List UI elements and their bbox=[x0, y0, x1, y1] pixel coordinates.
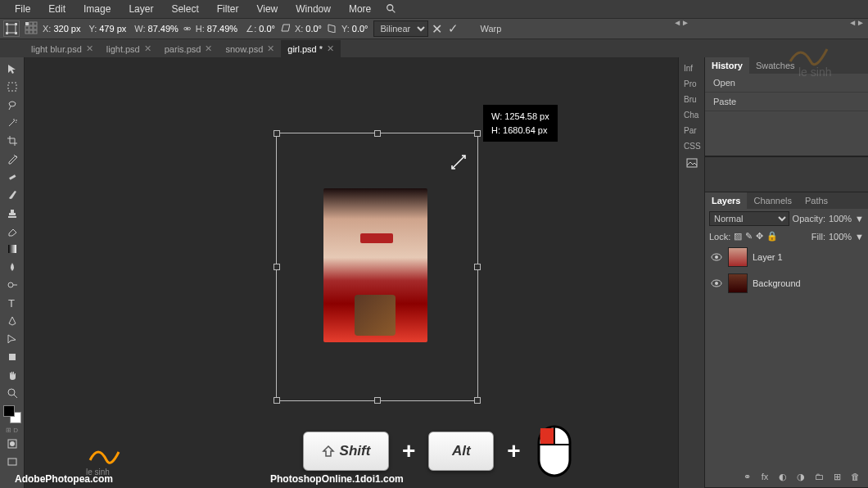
document-tab[interactable]: snow.psd✕ bbox=[219, 40, 281, 57]
commit-transform-button[interactable]: ✓ bbox=[446, 21, 461, 36]
cancel-transform-button[interactable]: ✕ bbox=[430, 21, 445, 36]
healing-tool[interactable] bbox=[2, 169, 22, 185]
new-layer-icon[interactable]: ⊞ bbox=[830, 470, 843, 483]
menu-file[interactable]: File bbox=[7, 0, 38, 18]
layer-name[interactable]: Background bbox=[753, 278, 801, 288]
gradient-tool[interactable] bbox=[2, 241, 22, 257]
swatch-mode-icon[interactable]: ⊞ D bbox=[6, 427, 18, 434]
pen-tool[interactable] bbox=[2, 313, 22, 329]
handle-n[interactable] bbox=[374, 130, 381, 137]
brush-tool[interactable] bbox=[2, 187, 22, 203]
document-tab[interactable]: light blur.psd✕ bbox=[25, 40, 100, 57]
search-icon[interactable] bbox=[386, 3, 397, 15]
menu-view[interactable]: View bbox=[248, 0, 286, 18]
color-swatches[interactable] bbox=[3, 405, 21, 423]
link-icon[interactable]: ⚮ bbox=[183, 24, 191, 34]
layer-mask-icon[interactable]: ◐ bbox=[776, 470, 789, 483]
handle-e[interactable] bbox=[474, 264, 481, 270]
tab-swatches[interactable]: Swatches bbox=[749, 57, 802, 74]
canvas[interactable]: W: 1254.58 px H: 1680.64 px le sinh Shif… bbox=[25, 57, 678, 488]
stamp-tool[interactable] bbox=[2, 205, 22, 221]
new-group-icon[interactable]: 🗀 bbox=[812, 470, 825, 483]
warp-button[interactable]: Warp bbox=[481, 24, 502, 34]
lock-pixels-icon[interactable]: ✎ bbox=[745, 231, 753, 242]
document-tab[interactable]: paris.psd✕ bbox=[158, 40, 219, 57]
transform-bounding-box[interactable] bbox=[276, 133, 478, 401]
opacity-dropdown-icon[interactable]: ▼ bbox=[855, 214, 864, 224]
mini-brushes[interactable]: Bru bbox=[679, 92, 704, 107]
shape-tool[interactable] bbox=[2, 349, 22, 365]
angle-value[interactable]: 0.0° bbox=[259, 24, 275, 34]
skewy-value[interactable]: 0.0° bbox=[352, 24, 368, 34]
lasso-tool[interactable] bbox=[2, 97, 22, 113]
tab-paths[interactable]: Paths bbox=[798, 192, 834, 209]
mini-properties[interactable]: Pro bbox=[679, 76, 704, 92]
menu-edit[interactable]: Edit bbox=[40, 0, 74, 18]
mini-paragraph[interactable]: Par bbox=[679, 123, 704, 138]
document-tab[interactable]: girl.psd *✕ bbox=[281, 40, 341, 57]
mini-css[interactable]: CSS bbox=[679, 138, 704, 154]
visibility-icon[interactable] bbox=[710, 277, 723, 290]
tab-layers[interactable]: Layers bbox=[705, 192, 747, 209]
h-value[interactable]: 87.49% bbox=[207, 24, 237, 34]
marquee-tool[interactable] bbox=[2, 79, 22, 95]
close-tab-icon[interactable]: ✕ bbox=[205, 43, 212, 54]
handle-se[interactable] bbox=[474, 397, 481, 404]
layer-name[interactable]: Layer 1 bbox=[753, 252, 783, 262]
layer-row[interactable]: Background bbox=[705, 270, 868, 296]
dodge-tool[interactable] bbox=[2, 277, 22, 293]
link-layers-icon[interactable]: ⚭ bbox=[740, 470, 753, 483]
type-tool[interactable]: T bbox=[2, 295, 22, 311]
layer-style-icon[interactable]: fx bbox=[758, 470, 771, 483]
lock-all-icon[interactable]: 🔒 bbox=[766, 231, 778, 242]
blur-tool[interactable] bbox=[2, 259, 22, 275]
lock-position-icon[interactable]: ✥ bbox=[756, 231, 763, 242]
tab-history[interactable]: History bbox=[705, 57, 749, 74]
document-tab[interactable]: light.psd✕ bbox=[100, 40, 158, 57]
collapse-right-icon[interactable]: ◄► bbox=[848, 18, 865, 27]
layer-row[interactable]: Layer 1 bbox=[705, 244, 868, 270]
screen-mode-icon[interactable] bbox=[2, 454, 22, 470]
tab-channels[interactable]: Channels bbox=[747, 192, 798, 209]
visibility-icon[interactable] bbox=[710, 251, 723, 264]
quick-mask-icon[interactable] bbox=[2, 436, 22, 452]
mini-image-icon[interactable] bbox=[685, 156, 699, 170]
collapse-mini-icon[interactable]: ◄► bbox=[673, 18, 689, 27]
handle-nw[interactable] bbox=[274, 130, 280, 137]
handle-ne[interactable] bbox=[474, 130, 481, 137]
mini-info[interactable]: Inf bbox=[679, 61, 704, 76]
menu-select[interactable]: Select bbox=[163, 0, 206, 18]
menu-filter[interactable]: Filter bbox=[209, 0, 247, 18]
history-item[interactable]: Open bbox=[705, 74, 868, 93]
interpolation-select[interactable]: Bilinear bbox=[373, 20, 428, 37]
y-value[interactable]: 479 px bbox=[99, 24, 126, 34]
handle-s[interactable] bbox=[374, 397, 381, 404]
adjustment-layer-icon[interactable]: ◑ bbox=[794, 470, 807, 483]
handle-w[interactable] bbox=[274, 264, 280, 270]
menu-layer[interactable]: Layer bbox=[120, 0, 161, 18]
mini-character[interactable]: Cha bbox=[679, 107, 704, 123]
opacity-value[interactable]: 100% bbox=[829, 214, 852, 224]
crop-tool[interactable] bbox=[2, 133, 22, 149]
close-tab-icon[interactable]: ✕ bbox=[267, 43, 274, 54]
reference-point-icon[interactable] bbox=[25, 21, 38, 36]
skewx-value[interactable]: 0.0° bbox=[305, 24, 322, 34]
w-value[interactable]: 87.49% bbox=[148, 24, 179, 34]
history-item[interactable]: Paste bbox=[705, 93, 868, 111]
delete-layer-icon[interactable]: 🗑 bbox=[848, 470, 861, 483]
handle-sw[interactable] bbox=[274, 397, 280, 404]
fill-dropdown-icon[interactable]: ▼ bbox=[855, 232, 864, 242]
close-tab-icon[interactable]: ✕ bbox=[144, 43, 151, 54]
x-value[interactable]: 320 px bbox=[53, 24, 80, 34]
path-select-tool[interactable] bbox=[2, 331, 22, 347]
blend-mode-select[interactable]: Normal bbox=[709, 211, 789, 226]
close-tab-icon[interactable]: ✕ bbox=[86, 43, 93, 54]
fill-value[interactable]: 100% bbox=[829, 232, 852, 242]
eyedropper-tool[interactable] bbox=[2, 151, 22, 167]
close-tab-icon[interactable]: ✕ bbox=[327, 43, 334, 54]
move-tool[interactable] bbox=[2, 61, 22, 77]
lock-transparent-icon[interactable]: ▨ bbox=[734, 231, 742, 242]
menu-image[interactable]: Image bbox=[75, 0, 119, 18]
zoom-tool[interactable] bbox=[2, 385, 22, 401]
wand-tool[interactable] bbox=[2, 115, 22, 131]
